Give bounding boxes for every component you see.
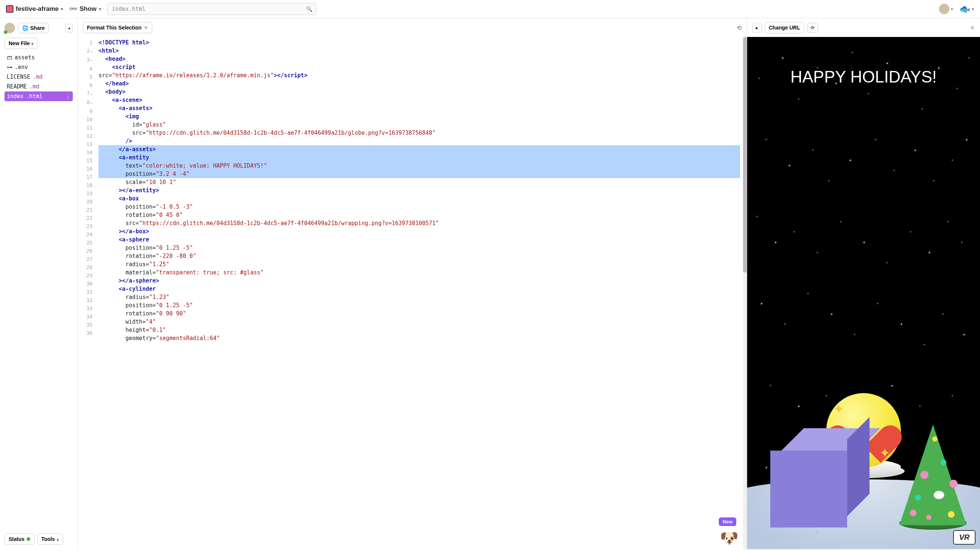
change-url-button[interactable]: Change URL <box>765 22 804 33</box>
chevron-down-icon: ▾ <box>99 7 101 11</box>
search-container: 🔍 <box>107 3 316 15</box>
dot-yellow <box>948 511 955 518</box>
status-dot-icon <box>27 537 30 541</box>
open-new-window-button[interactable]: ▸ <box>752 23 762 33</box>
avatar <box>939 4 950 14</box>
fish-icon: 🐟 <box>959 4 970 14</box>
file-name: .env <box>14 64 28 70</box>
project-icon <box>6 5 13 13</box>
code-area[interactable]: 1234567891011121314151617181920212223242… <box>78 37 747 549</box>
share-button[interactable]: 🌐 Share <box>18 23 49 33</box>
chevron-down-icon: ▾ <box>61 7 63 11</box>
glitch-menu[interactable]: 🐟 ▾ <box>959 4 974 14</box>
rewind-button[interactable]: ⟲ <box>737 24 741 31</box>
file-ext: .md <box>29 83 39 90</box>
close-preview-button[interactable]: ✕ <box>970 24 975 31</box>
file-item-assets[interactable]: 🗃assets <box>5 53 73 62</box>
file-item-LICENSE[interactable]: LICENSE.md <box>5 72 73 82</box>
dot-pink <box>910 510 916 516</box>
external-link-icon: ▸ <box>756 25 758 30</box>
mascot-icon[interactable]: 🐶 <box>720 529 738 547</box>
show-label: Show <box>80 5 96 13</box>
preview-canvas[interactable]: HAPPY HOLIDAYS! ✦ ✦ <box>747 37 980 549</box>
file-name: README <box>7 83 27 90</box>
tools-button[interactable]: Tools ▴ <box>37 533 63 545</box>
status-label: Status <box>9 536 25 542</box>
preview-pane: ▸ Change URL ⟳ ✕ HAPPY HOLIDAYS! ✦ ✦ <box>747 18 980 549</box>
file-menu-icon[interactable]: ⋮ <box>65 93 70 100</box>
chevron-down-icon: ▾ <box>951 7 953 11</box>
show-dropdown[interactable]: 👓 Show ▾ <box>69 5 101 13</box>
file-type-icon: 🗃 <box>7 54 12 61</box>
format-label: Format This Selection <box>87 25 142 30</box>
refresh-icon: ⟳ <box>811 25 815 30</box>
file-name: index <box>7 93 24 100</box>
status-button[interactable]: Status <box>5 533 34 545</box>
file-type-icon: ⊶ <box>7 64 12 70</box>
search-input[interactable] <box>107 3 316 15</box>
editor-pane: Format This Selection ✦ ⟲ 12345678910111… <box>78 18 747 549</box>
code-editor[interactable]: <!DOCTYPE html><html> <head> <scriptsrc=… <box>95 37 743 549</box>
glasses-icon: 👓 <box>69 5 77 13</box>
newfile-label: New File <box>9 40 30 46</box>
file-name: LICENSE <box>7 73 30 80</box>
chevron-down-icon: ▾ <box>31 41 33 46</box>
sparkle-icon: ✦ <box>833 401 844 417</box>
sidebar: 🌐 Share ◂ New File ▾ 🗃assets⊶.envLICENSE… <box>0 18 78 549</box>
file-item-index[interactable]: index.html⋮ <box>5 91 73 101</box>
dot-pink <box>920 471 929 479</box>
vr-button[interactable]: VR <box>953 530 975 545</box>
file-name: assets <box>14 54 35 61</box>
cube-front <box>770 451 847 527</box>
dot-white <box>934 491 944 499</box>
refresh-button[interactable]: ⟳ <box>807 23 818 33</box>
status-dot-icon <box>4 30 8 34</box>
sidebar-top: 🌐 Share ◂ <box>5 23 73 33</box>
file-ext: .html <box>26 93 43 100</box>
holiday-text: HAPPY HOLIDAYS! <box>747 68 980 86</box>
file-item-README[interactable]: README.md <box>5 82 73 91</box>
tools-label: Tools <box>41 536 55 542</box>
sidebar-bottom: Status Tools ▴ <box>5 533 73 545</box>
share-label: Share <box>30 25 45 31</box>
format-selection-button[interactable]: Format This Selection ✦ <box>83 22 152 33</box>
file-ext: .md <box>32 73 43 80</box>
file-list: 🗃assets⊶.envLICENSE.mdREADME.mdindex.htm… <box>5 53 73 101</box>
editor-toolbar: Format This Selection ✦ ⟲ <box>78 18 747 37</box>
user-menu[interactable]: ▾ <box>939 4 953 14</box>
dot-yellow <box>932 436 937 442</box>
dot-teal <box>915 495 921 501</box>
cube <box>770 451 847 527</box>
collapse-sidebar-button[interactable]: ◂ <box>65 24 73 32</box>
gutter: 1234567891011121314151617181920212223242… <box>78 37 95 549</box>
sparkle-icon: ✦ <box>879 445 891 461</box>
search-icon[interactable]: 🔍 <box>306 6 312 12</box>
project-dropdown[interactable]: festive-aframe ▾ <box>6 5 63 13</box>
project-name-label: festive-aframe <box>16 5 59 13</box>
new-badge[interactable]: New <box>719 518 736 526</box>
chevron-up-icon: ▴ <box>57 537 59 541</box>
scroll-thumb[interactable] <box>743 37 747 272</box>
globe-icon: 🌐 <box>22 25 29 31</box>
main: 🌐 Share ◂ New File ▾ 🗃assets⊶.envLICENSE… <box>0 18 980 549</box>
preview-toolbar: ▸ Change URL ⟳ ✕ <box>747 18 980 37</box>
dot-pink <box>950 480 958 488</box>
file-item-env[interactable]: ⊶.env <box>5 62 73 72</box>
header: festive-aframe ▾ 👓 Show ▾ 🔍 ▾ 🐟 ▾ <box>0 0 980 18</box>
scrollbar[interactable] <box>743 37 747 549</box>
sparkle-icon: ✦ <box>144 25 148 30</box>
dot-pink <box>926 515 931 520</box>
dot-teal <box>940 460 947 465</box>
avatar[interactable] <box>5 23 15 33</box>
new-file-button[interactable]: New File ▾ <box>5 38 38 49</box>
chevron-down-icon: ▾ <box>972 7 974 11</box>
